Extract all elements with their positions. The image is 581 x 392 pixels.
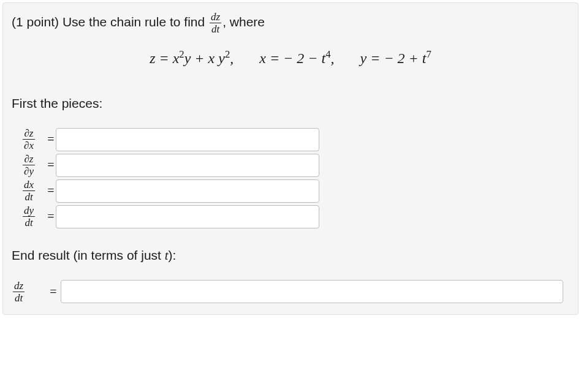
label-dy-dt: dydt [12, 205, 46, 228]
eq-x: x = − 2 − t4, [259, 50, 334, 66]
dz-dt-frac-inline: dzdt [210, 12, 221, 34]
input-dz-dx[interactable] [56, 128, 319, 151]
equals-sign: = [46, 209, 56, 224]
input-dz-dy[interactable] [56, 154, 319, 177]
section-end-header: End result (in terms of just t): [12, 246, 569, 266]
equals-sign: = [48, 285, 58, 299]
input-dy-dt[interactable] [56, 205, 319, 228]
section-pieces-header: First the pieces: [12, 94, 569, 113]
pieces-grid: ∂z∂x = ∂z∂y = dxdt = dydt = [12, 128, 569, 228]
label-dz-dy: ∂z∂y [12, 154, 46, 176]
input-dx-dt[interactable] [56, 179, 319, 203]
points-label: (1 point) [12, 15, 63, 29]
label-dx-dt: dxdt [12, 179, 46, 202]
prompt-text-before: Use the chain rule to find [63, 15, 208, 29]
equals-sign: = [46, 184, 56, 198]
prompt-text-after: , where [222, 15, 265, 29]
final-row: dzdt = [12, 280, 569, 303]
problem-panel: (1 point) Use the chain rule to find dzd… [2, 2, 579, 315]
label-dz-dt-final: dzdt [12, 281, 46, 303]
problem-prompt: (1 point) Use the chain rule to find dzd… [12, 12, 569, 34]
eq-z: z = x2y + x y2, [150, 50, 234, 66]
equation-display: z = x2y + x y2, x = − 2 − t4, y = − 2 + … [12, 50, 569, 67]
input-dz-dt-final[interactable] [61, 280, 563, 303]
eq-y: y = − 2 + t7 [360, 50, 431, 66]
equals-sign: = [46, 132, 56, 146]
equals-sign: = [46, 158, 56, 172]
label-dz-dx: ∂z∂x [12, 128, 46, 151]
